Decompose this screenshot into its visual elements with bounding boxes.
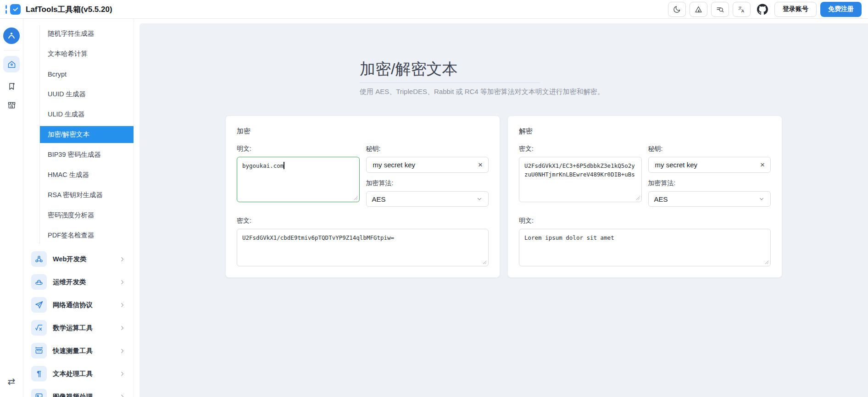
- ciphertext-label: 密文:: [237, 217, 489, 225]
- pilcrow-icon: ¶: [31, 366, 47, 381]
- category-label: 图像视频处理: [53, 392, 93, 397]
- category-list: Web开发类 运维开发类 网络通信协议: [23, 249, 134, 397]
- search-button[interactable]: [711, 2, 729, 17]
- store-icon: [7, 100, 17, 110]
- icon-rail: ⇄: [0, 19, 23, 397]
- sidebar-item-hmac[interactable]: HMAC 生成器: [40, 166, 134, 183]
- chevron-down-icon: [758, 196, 765, 202]
- github-button[interactable]: [754, 1, 771, 17]
- decrypt-ciphertext-textarea[interactable]: U2FsdGVkX1/EC3+6P5dbbkZ3e1kQ5o2y zuU0NHT…: [519, 157, 642, 202]
- avatar[interactable]: [3, 28, 20, 44]
- square-root-icon: [31, 320, 47, 336]
- clear-icon[interactable]: ×: [759, 161, 766, 169]
- sidebar-category-text-tools[interactable]: ¶ 文本处理工具: [31, 364, 134, 383]
- sidebar-category-math-tools[interactable]: 数学运算工具: [31, 318, 134, 337]
- chevron-right-icon: [119, 256, 125, 262]
- paper-plane-icon: [31, 297, 47, 313]
- store-nav-button[interactable]: [7, 100, 17, 110]
- brand: LafTools工具箱(v5.5.20): [6, 4, 112, 15]
- category-label: 网络通信协议: [53, 301, 93, 309]
- quick-actions-button[interactable]: [690, 2, 707, 17]
- sidebar-category-network-protocol[interactable]: 网络通信协议: [31, 295, 134, 314]
- ruler-icon: [31, 343, 47, 358]
- top-bar: LafTools工具箱(v5.5.20) 文 A 登录账号 免费注册: [0, 0, 868, 19]
- sidebar-item-text-hash[interactable]: 文本哈希计算: [40, 45, 134, 62]
- language-switch-button[interactable]: 文 A: [733, 2, 751, 17]
- page-header: 加密/解密文本 使用 AES、TripleDES、Rabbit 或 RC4 等加…: [139, 23, 868, 96]
- resize-handle[interactable]: [765, 260, 769, 265]
- page-title: 加密/解密文本: [360, 61, 868, 77]
- encrypt-card: 加密 明文: bygoukai.com 秘钥:: [225, 116, 500, 278]
- hat-icon: [31, 274, 47, 290]
- sidebar-item-pdf-signature[interactable]: PDF签名检查器: [40, 227, 134, 244]
- dark-mode-moon-button[interactable]: [668, 2, 686, 17]
- collapse-sidebar-button[interactable]: ⇄: [8, 377, 16, 386]
- sidebar-category-web-dev[interactable]: Web开发类: [31, 249, 134, 269]
- sidebar-item-bip39[interactable]: BIP39 密码生成器: [40, 146, 134, 163]
- sidebar-item-password-strength[interactable]: 密码强度分析器: [40, 207, 134, 224]
- login-button[interactable]: 登录账号: [774, 2, 817, 17]
- resize-handle[interactable]: [636, 196, 640, 200]
- encrypt-plaintext-textarea[interactable]: bygoukai.com: [237, 157, 360, 202]
- main-area: 加密/解密文本 使用 AES、TripleDES、Rabbit 或 RC4 等加…: [134, 19, 868, 397]
- chevron-right-icon: [119, 325, 125, 331]
- bookmarks-nav-button[interactable]: [7, 82, 17, 91]
- category-label: 运维开发类: [53, 278, 86, 287]
- title-underline: [360, 83, 540, 83]
- resize-handle[interactable]: [354, 196, 358, 200]
- app-title: LafTools工具箱(v5.5.20): [26, 4, 112, 15]
- sidebar-item-random-string[interactable]: 随机字符生成器: [40, 25, 134, 42]
- plaintext-label: 明文:: [237, 145, 360, 153]
- moon-icon: [673, 5, 681, 14]
- image-icon: [31, 389, 47, 397]
- category-label: 快速测量工具: [53, 347, 93, 355]
- encrypt-card-title: 加密: [237, 127, 489, 136]
- chevron-right-icon: [119, 348, 125, 354]
- decrypt-plaintext-output[interactable]: Lorem ipsum dolor sit amet: [519, 229, 771, 266]
- ciphertext-label: 密文:: [519, 145, 642, 153]
- selected-algorithm: AES: [654, 195, 668, 203]
- decrypt-algorithm-select[interactable]: AES: [648, 191, 771, 207]
- decrypt-card-title: 解密: [519, 127, 771, 136]
- decrypt-key-field: ×: [648, 157, 771, 173]
- category-label: 文本处理工具: [53, 369, 93, 378]
- sidebar-item-ulid[interactable]: ULID 生成器: [40, 106, 134, 123]
- chevron-right-icon: [119, 279, 125, 285]
- github-icon: [757, 3, 768, 16]
- selected-algorithm: AES: [372, 195, 386, 203]
- category-label: Web开发类: [53, 255, 87, 264]
- sidebar-category-image-video[interactable]: 图像视频处理: [31, 387, 134, 397]
- content-panel: 加密/解密文本 使用 AES、TripleDES、Rabbit 或 RC4 等加…: [139, 23, 868, 397]
- register-button[interactable]: 免费注册: [820, 2, 862, 17]
- triangle-flash-icon: [694, 5, 703, 14]
- tool-list: 随机字符生成器 文本哈希计算 Bcrypt UUID 生成器 ULID 生成器 …: [39, 25, 134, 244]
- sidebar-category-ops-dev[interactable]: 运维开发类: [31, 272, 134, 292]
- sidebar-item-bcrypt[interactable]: Bcrypt: [40, 66, 134, 83]
- resize-handle[interactable]: [483, 260, 487, 265]
- algorithm-label: 加密算法:: [366, 179, 489, 187]
- rail-divider: [4, 50, 19, 50]
- chevron-right-icon: [119, 302, 125, 308]
- page-subtitle: 使用 AES、TripleDES、Rabbit 或 RC4 等加密算法对文本明文…: [360, 88, 868, 96]
- sidebar-item-uuid[interactable]: UUID 生成器: [40, 86, 134, 103]
- plaintext-label: 明文:: [519, 217, 771, 225]
- sidebar-category-measure-tools[interactable]: 快速测量工具: [31, 341, 134, 360]
- brand-dashes-icon: [6, 5, 7, 14]
- encrypt-algorithm-select[interactable]: AES: [366, 191, 489, 207]
- encrypt-ciphertext-output[interactable]: U2FsdGVkX1/cbdE9tmiv6pTQDTvYP9Z14qlbMFGt…: [237, 229, 489, 266]
- clear-icon[interactable]: ×: [477, 161, 484, 169]
- sidebar: 随机字符生成器 文本哈希计算 Bcrypt UUID 生成器 ULID 生成器 …: [23, 19, 134, 397]
- sidebar-item-rsa-keypair[interactable]: RSA 密钥对生成器: [40, 187, 134, 204]
- algorithm-label: 加密算法:: [648, 179, 771, 187]
- encrypt-key-field: ×: [366, 157, 489, 173]
- search-list-icon: [716, 5, 724, 14]
- topbar-actions: 文 A 登录账号 免费注册: [668, 1, 862, 17]
- encrypt-key-input[interactable]: [372, 160, 478, 169]
- decrypt-key-input[interactable]: [654, 160, 760, 169]
- cards-row: 加密 明文: bygoukai.com 秘钥:: [225, 116, 782, 278]
- decrypt-card: 解密 密文: U2FsdGVkX1/EC3+6P5dbbkZ3e1kQ5o2y …: [507, 116, 782, 278]
- sidebar-item-encrypt-decrypt-text[interactable]: 加密/解密文本: [40, 126, 134, 143]
- key-label: 秘钥:: [648, 145, 771, 153]
- svg-text:A: A: [741, 8, 745, 13]
- home-nav-button[interactable]: [3, 56, 20, 72]
